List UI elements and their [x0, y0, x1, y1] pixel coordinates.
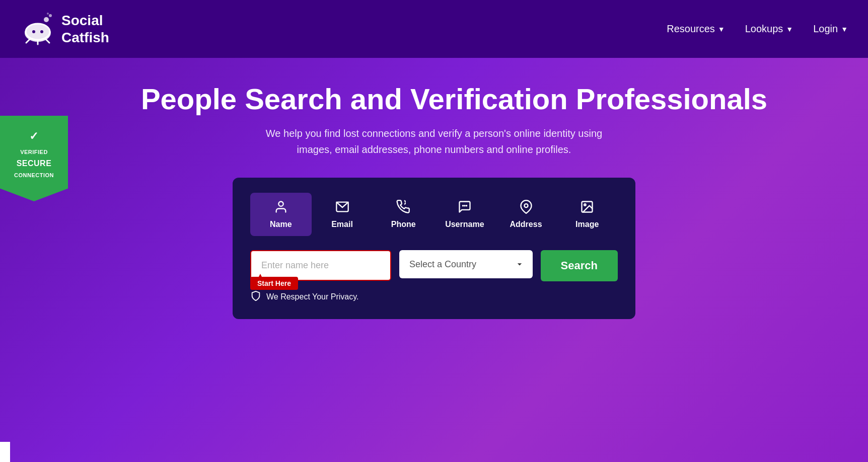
shield-icon: ✓ — [29, 129, 39, 144]
hero-section: ✓ VERIFIED SECURE CONNECTION People Sear… — [0, 58, 868, 339]
chevron-down-icon: ▼ — [841, 25, 848, 33]
privacy-row: We Respect Your Privacy. — [250, 290, 618, 304]
nav-item-lookups[interactable]: Lookups ▼ — [745, 23, 793, 35]
svg-point-7 — [44, 17, 49, 22]
nav-item-resources[interactable]: Resources ▼ — [667, 23, 725, 35]
tab-name[interactable]: Name — [250, 193, 312, 236]
search-form: Start Here Select a Country United State… — [250, 250, 618, 281]
svg-point-17 — [584, 204, 586, 206]
tab-email[interactable]: Email — [312, 193, 373, 236]
search-tabs: Name Email Phone — [250, 193, 618, 236]
person-icon — [274, 200, 288, 216]
address-icon — [519, 200, 533, 216]
logo-text: Social Catfish — [61, 12, 109, 46]
svg-point-15 — [524, 204, 528, 207]
tab-address[interactable]: Address — [495, 193, 557, 236]
username-icon — [458, 200, 472, 216]
privacy-text: We Respect Your Privacy. — [266, 292, 359, 301]
tab-username[interactable]: Username — [434, 193, 495, 236]
tab-phone[interactable]: Phone — [373, 193, 434, 236]
svg-point-8 — [49, 14, 52, 17]
svg-point-5 — [32, 30, 35, 33]
image-icon — [580, 200, 594, 216]
phone-icon — [396, 200, 410, 216]
shield-privacy-icon — [250, 290, 261, 304]
tab-image[interactable]: Image — [556, 193, 618, 236]
country-select[interactable]: Select a Country United States United Ki… — [399, 250, 533, 278]
header: Social Catfish Resources ▼ Lookups ▼ Log… — [0, 0, 868, 58]
hero-subtitle: We help you find lost connections and ve… — [258, 125, 610, 158]
start-here-badge: Start Here — [250, 277, 298, 290]
search-card: Name Email Phone — [233, 178, 635, 319]
nav-item-login[interactable]: Login ▼ — [813, 23, 848, 35]
bottom-strip — [0, 442, 10, 462]
svg-point-10 — [278, 201, 283, 206]
search-button[interactable]: Search — [541, 250, 618, 281]
name-input-wrapper: Start Here — [250, 250, 391, 281]
svg-point-9 — [47, 13, 49, 15]
svg-line-3 — [45, 39, 49, 43]
page-title: People Search and Verification Professio… — [141, 83, 767, 115]
logo[interactable]: Social Catfish — [20, 12, 109, 47]
name-input[interactable] — [250, 250, 391, 281]
svg-line-2 — [26, 39, 30, 43]
email-icon — [335, 200, 349, 216]
main-nav: Resources ▼ Lookups ▼ Login ▼ — [667, 23, 848, 35]
verified-badge: ✓ VERIFIED SECURE CONNECTION — [0, 116, 68, 201]
svg-point-6 — [40, 30, 43, 33]
chevron-down-icon: ▼ — [718, 25, 725, 33]
chevron-down-icon: ▼ — [786, 25, 793, 33]
logo-icon — [20, 12, 55, 47]
